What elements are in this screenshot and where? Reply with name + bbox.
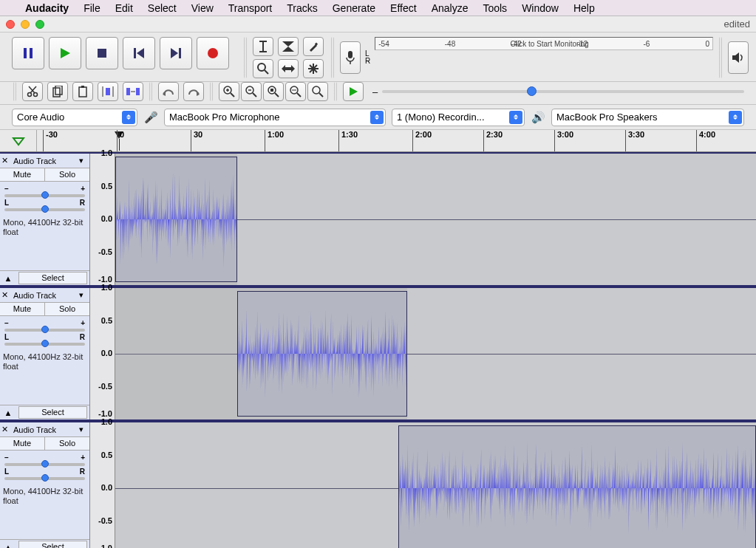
main-toolbar: L R -54 -48 -42 Click to Start Monitorin… [0,32,756,82]
fit-selection-button[interactable] [263,82,284,101]
fit-project-button[interactable] [285,82,306,101]
recording-level-meter[interactable]: -54 -48 -42 Click to Start Monitoring -1… [375,37,713,50]
multi-tool-icon[interactable] [303,59,324,78]
svg-point-52 [290,86,298,94]
device-bar: Core Audio 🎤 MacBook Pro Microphone 1 (M… [0,105,756,130]
menu-select[interactable]: Select [148,2,177,14]
close-track-button[interactable]: ✕ [1,290,12,301]
gain-max-icon: + [81,453,85,462]
track-name[interactable]: Audio Track [13,157,78,165]
timeline-ruler[interactable]: -300301:001:302:002:303:003:304:00 [0,130,756,152]
pan-slider[interactable] [4,208,85,211]
menu-file[interactable]: File [84,2,101,14]
minimize-window-button[interactable] [21,20,30,29]
gain-slider[interactable] [4,329,85,332]
copy-button[interactable] [47,82,68,101]
zoom-out-button[interactable] [241,82,262,101]
toolbar-divider [13,82,16,101]
menu-transport[interactable]: Transport [228,2,272,14]
zoom-toggle-button[interactable] [307,82,328,101]
svg-line-21 [310,65,317,72]
pin-timeline-button[interactable] [0,130,37,151]
track-menu-button[interactable]: ▾ [79,156,88,165]
menu-analyze[interactable]: Analyze [432,2,469,14]
chevron-updown-icon [122,111,135,124]
solo-button[interactable]: Solo [45,168,89,181]
menu-edit[interactable]: Edit [115,2,133,14]
waveform-area[interactable] [115,154,756,285]
record-meter-mic-icon[interactable] [340,41,361,74]
select-track-button[interactable]: Select [18,406,87,419]
track-name[interactable]: Audio Track [13,291,78,300]
gain-slider[interactable] [4,463,85,466]
svg-line-29 [29,86,35,93]
zoom-in-button[interactable] [219,82,239,101]
mute-button[interactable]: Mute [0,437,45,450]
pan-slider[interactable] [4,477,85,480]
pause-button[interactable] [12,37,44,69]
recording-device-select[interactable]: MacBook Pro Microphone [164,109,386,126]
mute-button[interactable]: Mute [0,303,45,315]
select-track-button[interactable]: Select [18,541,87,548]
track-menu-button[interactable]: ▾ [79,425,88,434]
audio-clip[interactable] [115,157,237,282]
svg-rect-33 [81,86,84,88]
draw-tool-icon[interactable] [303,37,324,56]
collapse-track-button[interactable]: ▲ [0,540,16,548]
transport-group [12,37,229,78]
audio-host-select[interactable]: Core Audio [12,109,137,126]
waveform-area[interactable] [115,422,756,548]
envelope-tool-icon[interactable] [278,37,299,56]
collapse-track-button[interactable]: ▲ [0,405,16,419]
zoom-tool-icon[interactable] [253,59,273,78]
gain-max-icon: + [81,319,85,327]
redo-button[interactable] [183,82,204,101]
mute-button[interactable]: Mute [0,168,45,181]
menu-tracks[interactable]: Tracks [287,2,317,14]
menu-window[interactable]: Window [522,2,559,14]
record-button[interactable] [197,37,229,69]
silence-button[interactable] [123,82,143,101]
timeshift-tool-icon[interactable] [278,59,299,78]
playback-device-select[interactable]: MacBook Pro Speakers [551,109,744,126]
cut-button[interactable] [22,82,43,101]
solo-button[interactable]: Solo [45,437,89,450]
skip-end-button[interactable] [160,37,192,69]
skip-start-button[interactable] [123,37,155,69]
zoom-window-button[interactable] [35,20,44,29]
play-button[interactable] [49,37,81,69]
gain-slider[interactable] [4,194,85,197]
app-menu[interactable]: Audacity [25,2,69,14]
menu-effect[interactable]: Effect [390,2,417,14]
menu-generate[interactable]: Generate [333,2,375,14]
meter-tick: -54 [378,40,389,48]
audio-clip[interactable] [237,291,407,417]
trim-button[interactable] [98,82,118,101]
solo-button[interactable]: Solo [45,303,89,315]
waveform-area[interactable] [115,288,756,419]
undo-button[interactable] [158,82,179,101]
audio-clip[interactable] [398,425,756,548]
track-name[interactable]: Audio Track [13,425,78,434]
playback-meter-speaker-icon[interactable] [728,41,749,74]
menu-help[interactable]: Help [573,2,595,14]
recording-channels-select[interactable]: 1 (Mono) Recordin... [392,109,525,126]
svg-point-49 [268,86,276,94]
track-menu-button[interactable]: ▾ [79,290,88,300]
close-track-button[interactable]: ✕ [1,156,12,166]
close-window-button[interactable] [6,20,15,29]
play-at-speed-button[interactable] [343,82,364,101]
menu-view[interactable]: View [191,2,214,14]
menu-tools[interactable]: Tools [483,2,507,14]
gain-min-icon: – [4,319,9,327]
svg-rect-34 [106,88,110,95]
paste-button[interactable] [72,82,93,101]
play-speed-slider[interactable]: – [368,82,749,101]
collapse-track-button[interactable]: ▲ [0,271,16,285]
pan-slider[interactable] [4,343,85,346]
tracks-area: ✕ Audio Track ▾ Mute Solo –+ LR Mono, 44… [0,152,756,548]
close-track-button[interactable]: ✕ [1,425,12,435]
selection-tool-icon[interactable] [253,37,273,56]
select-track-button[interactable]: Select [18,272,87,284]
stop-button[interactable] [86,37,118,69]
